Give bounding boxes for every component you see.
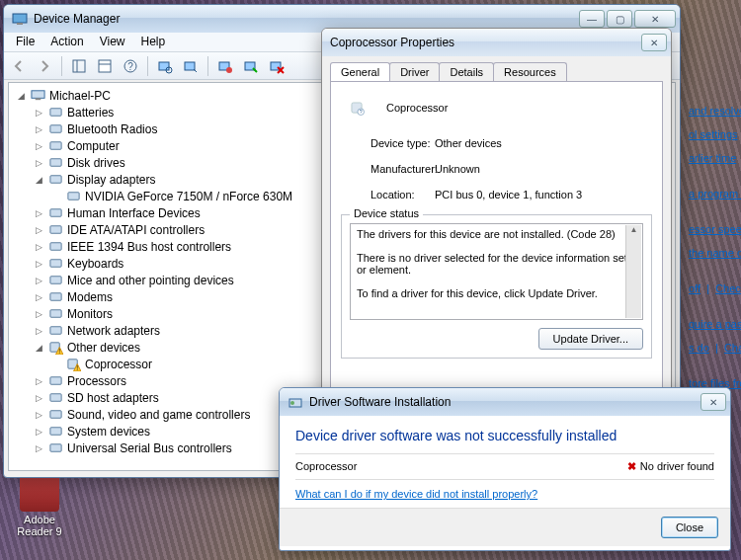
svg-rect-31 bbox=[49, 310, 60, 318]
help-button[interactable]: ? bbox=[120, 55, 141, 77]
menu-view[interactable]: View bbox=[92, 33, 133, 51]
expand-icon[interactable]: ▷ bbox=[34, 224, 44, 235]
svg-rect-42 bbox=[49, 428, 60, 436]
svg-rect-22 bbox=[49, 159, 60, 167]
close-button[interactable]: ✕ bbox=[634, 10, 676, 28]
expand-icon[interactable]: ▷ bbox=[34, 258, 44, 269]
tree-category-label: System devices bbox=[67, 425, 150, 439]
tree-category-label: Keyboards bbox=[67, 257, 124, 271]
tree-category-label: Bluetooth Radios bbox=[67, 122, 157, 136]
minimize-button[interactable]: — bbox=[579, 10, 605, 28]
close-button[interactable]: ✕ bbox=[641, 34, 667, 51]
tree-category-label: IEEE 1394 Bus host controllers bbox=[67, 240, 231, 254]
expand-icon[interactable]: ▷ bbox=[34, 308, 44, 319]
desktop-icon-adobe[interactable]: Adobe Reader 9 bbox=[10, 472, 69, 537]
expand-icon[interactable]: ▷ bbox=[34, 442, 44, 453]
svg-text:?: ? bbox=[359, 109, 362, 115]
field-type-value: Other devices bbox=[435, 137, 502, 149]
scan-hardware-button[interactable] bbox=[154, 55, 176, 77]
tree-category-label: Processors bbox=[67, 374, 126, 388]
category-icon bbox=[47, 256, 63, 272]
properties-dialog: Coprocessor Properties ✕ General Driver … bbox=[321, 28, 672, 423]
uninstall-button[interactable] bbox=[214, 55, 236, 77]
svg-rect-4 bbox=[99, 60, 111, 72]
scrollbar[interactable]: ▲ bbox=[625, 225, 641, 318]
expand-icon[interactable]: ▷ bbox=[34, 325, 44, 336]
expand-icon[interactable]: ▷ bbox=[34, 157, 44, 168]
menu-action[interactable]: Action bbox=[42, 33, 91, 51]
tab-details[interactable]: Details bbox=[439, 62, 494, 81]
install-device-name: Coprocessor bbox=[295, 460, 627, 473]
collapse-icon[interactable]: ◢ bbox=[34, 174, 44, 185]
titlebar[interactable]: Coprocessor Properties ✕ bbox=[322, 29, 671, 56]
expand-icon[interactable]: ▷ bbox=[34, 140, 44, 151]
background-window-fragment: and resolve i ol settings arlier time a … bbox=[687, 99, 741, 395]
back-button[interactable] bbox=[8, 55, 30, 77]
svg-rect-29 bbox=[49, 277, 60, 284]
expand-icon[interactable]: ▷ bbox=[34, 426, 44, 437]
disable-button[interactable] bbox=[266, 55, 288, 77]
svg-rect-32 bbox=[49, 327, 60, 335]
titlebar[interactable]: Driver Software Installation ✕ bbox=[280, 388, 730, 416]
expand-icon[interactable]: ▷ bbox=[34, 107, 44, 118]
error-icon: ✖ bbox=[627, 460, 636, 472]
category-icon bbox=[47, 289, 63, 305]
category-icon: ! bbox=[47, 340, 63, 356]
display-adapter-icon bbox=[65, 189, 81, 204]
install-result-text: No driver found bbox=[640, 460, 714, 472]
enable-button[interactable] bbox=[240, 55, 262, 77]
properties-button[interactable] bbox=[94, 55, 116, 77]
device-status-legend: Device status bbox=[350, 207, 423, 219]
category-icon bbox=[47, 323, 63, 339]
category-icon bbox=[47, 306, 63, 322]
expand-icon[interactable]: ▷ bbox=[34, 375, 44, 386]
svg-rect-27 bbox=[49, 243, 60, 251]
collapse-icon[interactable]: ◢ bbox=[34, 342, 44, 353]
field-mfr-value: Unknown bbox=[435, 163, 480, 175]
update-driver-button[interactable]: Update Driver... bbox=[538, 328, 643, 350]
forward-button[interactable] bbox=[34, 55, 55, 77]
expand-icon[interactable]: ▷ bbox=[34, 241, 44, 252]
device-name: Coprocessor bbox=[386, 102, 448, 114]
field-loc-value: PCI bus 0, device 1, function 3 bbox=[435, 189, 582, 200]
tab-strip: General Driver Details Resources bbox=[330, 62, 663, 81]
menu-file[interactable]: File bbox=[8, 33, 42, 51]
svg-rect-26 bbox=[49, 226, 60, 234]
category-icon bbox=[47, 273, 63, 288]
close-dialog-button[interactable]: Close bbox=[661, 517, 718, 538]
expand-icon[interactable]: ▷ bbox=[34, 207, 44, 218]
tab-resources[interactable]: Resources bbox=[493, 62, 567, 81]
tree-category-label: Sound, video and game controllers bbox=[67, 408, 250, 422]
show-hide-tree-button[interactable] bbox=[68, 55, 90, 77]
category-icon bbox=[47, 390, 63, 406]
svg-rect-18 bbox=[35, 98, 41, 100]
menu-help[interactable]: Help bbox=[133, 33, 174, 51]
installer-icon bbox=[288, 394, 303, 410]
svg-rect-0 bbox=[13, 14, 27, 23]
tree-category-label: Other devices bbox=[67, 341, 140, 355]
close-button[interactable]: ✕ bbox=[700, 393, 726, 411]
category-icon bbox=[47, 424, 63, 440]
device-manager-icon bbox=[12, 11, 28, 27]
expand-icon[interactable]: ▷ bbox=[34, 409, 44, 420]
category-icon bbox=[47, 222, 63, 238]
svg-rect-1 bbox=[17, 23, 23, 25]
expand-icon[interactable]: ▷ bbox=[34, 392, 44, 403]
update-driver-button[interactable] bbox=[180, 55, 202, 77]
help-link[interactable]: What can I do if my device did not insta… bbox=[295, 488, 537, 500]
driver-install-dialog: Driver Software Installation ✕ Device dr… bbox=[279, 387, 731, 551]
maximize-button[interactable]: ▢ bbox=[607, 10, 632, 28]
tree-category-label: Display adapters bbox=[67, 173, 155, 187]
expand-icon[interactable]: ▷ bbox=[34, 123, 44, 134]
category-icon bbox=[47, 407, 63, 423]
collapse-icon[interactable]: ◢ bbox=[16, 90, 27, 101]
tree-category-label: Mice and other pointing devices bbox=[67, 274, 234, 287]
svg-text:?: ? bbox=[127, 61, 133, 72]
tab-driver[interactable]: Driver bbox=[389, 62, 440, 81]
tab-general[interactable]: General bbox=[330, 62, 390, 81]
device-status-text[interactable]: The drivers for this device are not inst… bbox=[350, 223, 643, 320]
expand-icon[interactable]: ▷ bbox=[34, 291, 44, 302]
expand-icon[interactable]: ▷ bbox=[34, 275, 44, 285]
window-title: Device Manager bbox=[34, 12, 120, 26]
tree-category-label: IDE ATA/ATAPI controllers bbox=[67, 223, 205, 237]
